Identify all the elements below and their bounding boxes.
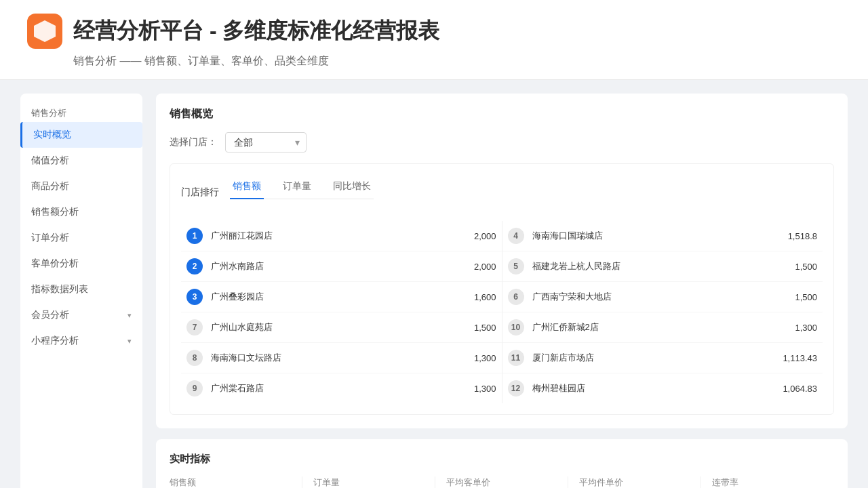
rank-item: 10 广州汇侨新城2店 1,300 [502, 312, 823, 343]
rankings-right-col: 4 海南海口国瑞城店 1,518.8 5 福建龙岩上杭人民路店 1,500 6 … [502, 221, 823, 403]
sidebar-item-sales-amount[interactable]: 销售额分析 [20, 199, 142, 225]
rank-item: 11 厦门新店市场店 1,113.43 [502, 343, 823, 373]
rank-item: 2 广州水南路店 2,000 [181, 251, 502, 282]
metric-label-connect-rate: 连带率 [712, 476, 823, 488]
metric-connect-rate: 连带率 1.31 周同比 +1.55% ▲ 日环比 -5.07% ▼ [701, 476, 834, 488]
rank-item: 12 梅州碧桂园店 1,064.83 [502, 373, 823, 403]
metric-orders: 订单量 161 周同比 +18.38% ▲ 日环比 +38.79% ▲ [302, 476, 435, 488]
rankings-wrapper: 1 广州丽江花园店 2,000 2 广州水南路店 2,000 3 广州叠彩园店 [181, 221, 823, 403]
sidebar-item-product[interactable]: 商品分析 [20, 174, 142, 199]
store-name: 梅州碧桂园店 [532, 382, 783, 394]
store-name: 广州叠彩园店 [211, 291, 474, 303]
store-value: 1,518.8 [788, 231, 817, 241]
rankings-left-col: 1 广州丽江花园店 2,000 2 广州水南路店 2,000 3 广州叠彩园店 [181, 221, 502, 403]
metric-label-avg-customer: 平均客单价 [446, 476, 557, 488]
realtime-metrics-title: 实时指标 [170, 453, 834, 466]
sidebar-item-unit-price[interactable]: 客单价分析 [20, 251, 142, 277]
rank-item: 6 广西南宁荣和大地店 1,500 [502, 282, 823, 312]
store-name: 广州山水庭苑店 [211, 321, 474, 333]
header-top: 经营分析平台 - 多维度标准化经营报表 [27, 14, 841, 49]
store-value: 1,500 [795, 262, 817, 272]
sales-overview-title: 销售概览 [170, 107, 834, 121]
sidebar-section-title: 销售分析 [20, 102, 142, 122]
metric-label-orders: 订单量 [313, 476, 424, 488]
page-title: 经营分析平台 - 多维度标准化经营报表 [73, 16, 439, 46]
sidebar: 销售分析 实时概览 储值分析 商品分析 销售额分析 订单分析 客单价分析 指标数… [20, 94, 142, 488]
chevron-down-icon: ▾ [127, 311, 132, 320]
rank-item: 3 广州叠彩园店 1,600 [181, 282, 502, 312]
store-filter-select[interactable]: 全部 广州店 海南店 福建店 [225, 132, 307, 152]
store-name: 海南海口国瑞城店 [532, 230, 788, 242]
main-layout: 销售分析 实时概览 储值分析 商品分析 销售额分析 订单分析 客单价分析 指标数… [0, 80, 868, 488]
store-value: 1,064.83 [783, 384, 817, 394]
realtime-metrics-card: 实时指标 销售额 66,909.01 周同比 -1.64% ▼ 日环比 [156, 439, 848, 488]
filter-row: 选择门店： 全部 广州店 海南店 福建店 [170, 132, 834, 152]
sidebar-item-metrics-list[interactable]: 指标数据列表 [20, 277, 142, 302]
store-value: 1,500 [795, 292, 817, 302]
metric-sales: 销售额 66,909.01 周同比 -1.64% ▼ 日环比 +16.45% ▲ [170, 476, 302, 488]
rank-item: 7 广州山水庭苑店 1,500 [181, 312, 502, 343]
chevron-down-icon: ▾ [127, 337, 132, 346]
store-value: 2,000 [474, 262, 496, 272]
store-value: 1,500 [474, 323, 496, 333]
store-value: 1,113.43 [783, 353, 817, 363]
rank-number-2: 2 [186, 258, 203, 274]
content-area: 销售概览 选择门店： 全部 广州店 海南店 福建店 门店排行 [156, 94, 848, 488]
store-filter-wrapper: 全部 广州店 海南店 福建店 [225, 132, 307, 152]
tab-orders[interactable]: 订单量 [280, 175, 314, 199]
store-value: 2,000 [474, 231, 496, 241]
store-name: 广西南宁荣和大地店 [532, 291, 795, 303]
rank-number-1: 1 [186, 228, 203, 244]
rank-number-11: 11 [508, 350, 524, 366]
store-name: 福建龙岩上杭人民路店 [532, 260, 795, 272]
store-value: 1,300 [795, 323, 817, 333]
store-value: 1,300 [474, 353, 496, 363]
rank-number-9: 9 [186, 380, 203, 396]
tab-yoy[interactable]: 同比增长 [330, 175, 374, 199]
rankings-section-label: 门店排行 [181, 181, 219, 204]
sidebar-item-reserve[interactable]: 储值分析 [20, 148, 142, 174]
store-value: 1,600 [474, 292, 496, 302]
rank-item: 8 海南海口文坛路店 1,300 [181, 343, 502, 373]
metric-avg-customer: 平均客单价 415.58 周同比 -16.92% ▼ 日环比 -16.10% ▼ [435, 476, 568, 488]
store-name: 广州棠石路店 [211, 382, 474, 394]
rank-number-8: 8 [186, 350, 203, 366]
rank-number-12: 12 [508, 380, 524, 396]
logo-icon [27, 14, 62, 49]
tab-sales[interactable]: 销售额 [230, 175, 264, 199]
sidebar-item-member[interactable]: 会员分析 ▾ [20, 302, 142, 328]
rank-item: 1 广州丽江花园店 2,000 [181, 221, 502, 251]
store-value: 1,300 [474, 384, 496, 394]
metric-avg-unit: 平均件单价 317.1 周同比 -17.96% ▼ 日环比 -11.69% ▼ [568, 476, 701, 488]
sidebar-item-realtime[interactable]: 实时概览 [20, 122, 142, 148]
sidebar-item-mini-program[interactable]: 小程序分析 ▾ [20, 328, 142, 354]
rankings-tabs: 销售额 订单量 同比增长 [230, 175, 374, 199]
store-name: 厦门新店市场店 [532, 352, 783, 364]
rank-item: 4 海南海口国瑞城店 1,518.8 [502, 221, 823, 251]
metric-label-sales: 销售额 [170, 476, 291, 488]
rank-number-5: 5 [508, 258, 524, 274]
rank-number-3: 3 [186, 289, 203, 305]
sales-overview-card: 销售概览 选择门店： 全部 广州店 海南店 福建店 门店排行 [156, 94, 848, 428]
sidebar-item-order[interactable]: 订单分析 [20, 225, 142, 251]
metrics-grid: 销售额 66,909.01 周同比 -1.64% ▼ 日环比 +16.45% ▲ [170, 476, 834, 488]
rank-number-10: 10 [508, 319, 524, 336]
rank-item: 5 福建龙岩上杭人民路店 1,500 [502, 251, 823, 282]
rank-number-4: 4 [508, 228, 524, 244]
store-rankings-panel: 门店排行 销售额 订单量 同比增长 1 广州丽江花园店 [170, 163, 834, 415]
rank-item: 9 广州棠石路店 1,300 [181, 373, 502, 403]
store-name: 广州汇侨新城2店 [532, 321, 795, 333]
store-name: 海南海口文坛路店 [211, 352, 474, 364]
page-subtitle: 销售分析 —— 销售额、订单量、客单价、品类全维度 [73, 54, 841, 68]
store-name: 广州丽江花园店 [211, 230, 474, 242]
metric-label-avg-unit: 平均件单价 [579, 476, 690, 488]
store-name: 广州水南路店 [211, 260, 474, 272]
rankings-header: 门店排行 销售额 订单量 同比增长 [181, 175, 823, 210]
rank-number-6: 6 [508, 289, 524, 305]
header: 经营分析平台 - 多维度标准化经营报表 销售分析 —— 销售额、订单量、客单价、… [0, 0, 868, 80]
rank-number-7: 7 [186, 319, 203, 336]
filter-label: 选择门店： [170, 136, 217, 148]
